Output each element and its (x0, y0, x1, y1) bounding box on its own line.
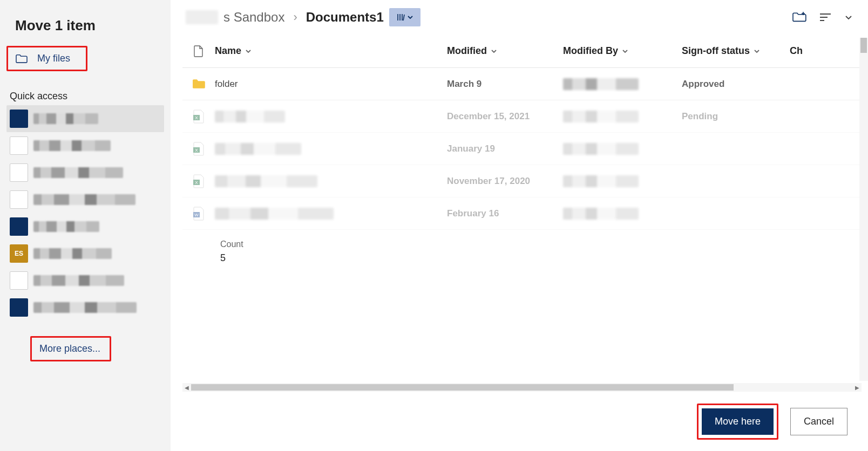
site-thumbnail (10, 271, 28, 290)
chevron-down-icon (490, 47, 498, 55)
file-row[interactable]: XDecember 15, 2021Pending (182, 100, 862, 133)
file-picker-main: s Sandbox › Documents1 (171, 0, 868, 451)
more-places-button[interactable]: More places... (30, 336, 111, 361)
cell-modified-by (563, 78, 682, 90)
count-label: Count (220, 240, 862, 249)
chevron-down-icon (753, 47, 761, 55)
site-name-redacted (33, 167, 123, 178)
column-headers-row: Name Modified Modified By Sign-off statu… (182, 35, 862, 68)
file-row[interactable]: XNovember 17, 2020 (182, 165, 862, 197)
chevron-down-icon (621, 47, 629, 55)
site-thumbnail (10, 163, 28, 182)
cell-modified: February 16 (447, 208, 563, 219)
chevron-down-icon (245, 47, 252, 55)
column-header-modified-by[interactable]: Modified By (563, 45, 682, 57)
dialog-footer: Move here Cancel (171, 392, 868, 451)
dialog-title: Move 1 item (15, 17, 164, 34)
file-row[interactable]: folderMarch 9Approved (182, 68, 862, 100)
site-name-redacted (33, 113, 98, 124)
excel-icon: X (182, 110, 215, 124)
chevron-right-icon: › (290, 10, 300, 24)
quick-access-item[interactable] (6, 132, 164, 159)
cell-name (215, 111, 447, 122)
cell-modified-by (563, 143, 682, 155)
column-header-overflow: Ch (790, 45, 811, 57)
quick-access-item[interactable] (6, 105, 164, 132)
column-header-modified[interactable]: Modified (447, 45, 563, 57)
cell-name (215, 175, 447, 187)
site-name-redacted (33, 302, 137, 313)
sort-icon[interactable] (819, 12, 831, 22)
sidebar: Move 1 item My files Quick access ES Mor… (0, 0, 171, 451)
site-name-redacted (33, 140, 111, 151)
quick-access-item[interactable] (6, 159, 164, 186)
svg-text:W: W (194, 213, 199, 217)
breadcrumb-segment[interactable]: s Sandbox (223, 10, 284, 25)
cell-modified-by (563, 175, 682, 187)
cell-signoff-status: Pending (682, 111, 790, 122)
file-icon (194, 45, 204, 57)
column-header-name[interactable]: Name (215, 45, 447, 57)
column-header-type[interactable] (182, 45, 215, 57)
scroll-left-icon[interactable]: ◀ (182, 385, 191, 391)
cell-name (215, 208, 447, 220)
chevron-down-icon (407, 14, 413, 20)
cancel-button[interactable]: Cancel (790, 408, 847, 435)
scroll-right-icon[interactable]: ▶ (853, 385, 862, 391)
column-header-signoff[interactable]: Sign-off status (682, 45, 790, 57)
folder-icon (16, 54, 28, 64)
my-files-link[interactable]: My files (6, 46, 87, 71)
cell-modified: January 19 (447, 144, 563, 154)
site-thumbnail: ES (10, 244, 28, 263)
new-folder-icon[interactable] (792, 11, 806, 23)
cell-modified: March 9 (447, 79, 563, 90)
quick-access-heading: Quick access (10, 91, 164, 102)
site-name-redacted (33, 248, 112, 259)
chevron-down-icon[interactable] (844, 13, 853, 22)
site-name-redacted (33, 194, 135, 205)
breadcrumb-bar: s Sandbox › Documents1 (171, 0, 868, 35)
cell-name (215, 143, 447, 155)
count-value: 5 (220, 252, 862, 264)
quick-access-item[interactable] (6, 186, 164, 213)
svg-text:X: X (195, 148, 198, 153)
quick-access-item[interactable] (6, 267, 164, 294)
breadcrumb-current: Documents1 (306, 10, 384, 25)
folder-icon (182, 78, 215, 90)
site-name-redacted (33, 221, 99, 232)
vertical-scrollbar[interactable] (859, 38, 868, 381)
site-thumbnail (10, 136, 28, 155)
breadcrumb-redacted (186, 10, 218, 24)
move-here-button[interactable]: Move here (702, 408, 774, 435)
file-row[interactable]: XJanuary 19 (182, 133, 862, 165)
quick-access-item[interactable] (6, 294, 164, 321)
quick-access-item[interactable] (6, 213, 164, 240)
site-thumbnail (10, 298, 28, 317)
cell-modified: November 17, 2020 (447, 176, 563, 187)
site-thumbnail (10, 217, 28, 236)
quick-access-item[interactable]: ES (6, 240, 164, 267)
excel-icon: X (182, 142, 215, 156)
view-switch-button[interactable] (389, 8, 421, 26)
site-name-redacted (33, 275, 124, 286)
site-thumbnail (10, 110, 28, 128)
cell-modified: December 15, 2021 (447, 111, 563, 122)
svg-text:X: X (195, 180, 198, 185)
cell-modified-by (563, 208, 682, 220)
cell-name: folder (215, 79, 447, 90)
excel-icon: X (182, 174, 215, 188)
site-thumbnail (10, 190, 28, 209)
horizontal-scrollbar[interactable]: ◀ ▶ (182, 383, 862, 392)
cell-modified-by (563, 111, 682, 122)
word-icon: W (182, 207, 215, 221)
file-row[interactable]: WFebruary 16 (182, 197, 862, 230)
my-files-label: My files (37, 53, 70, 64)
svg-text:X: X (195, 115, 198, 120)
library-icon (396, 12, 406, 22)
cell-signoff-status: Approved (682, 79, 790, 90)
